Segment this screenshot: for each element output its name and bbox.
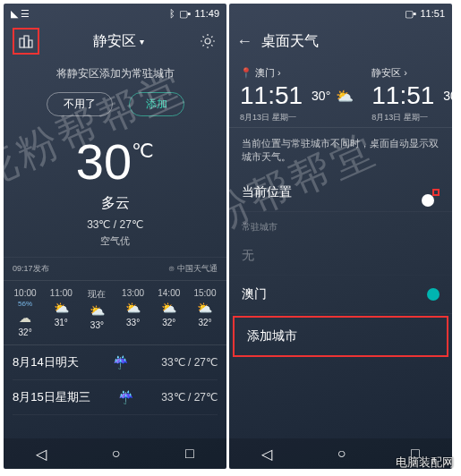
add-button[interactable]: 添加 [129,92,184,116]
highlight-box [13,28,39,55]
battery-icon: ▢▪ [179,8,192,20]
hour-item: 14:00⛅32° [151,288,187,337]
back-icon[interactable]: ◁ [261,446,272,463]
section-label: 常驻城市 [229,212,452,237]
desktop-weather-settings-screen: 粉帮帮堂 ▢▪11:51 ← 桌面天气 📍 澳门 ›11:5130°⛅8月13日… [229,4,452,469]
city-block: 📍 澳门 ›11:5130°⛅8月13日 星期一 [240,66,354,123]
row-label: 无 [242,248,254,264]
publish-time: 09:17发布 [13,263,49,275]
radio-selected-icon[interactable] [427,288,440,301]
topbar: 静安区▾ [4,23,226,59]
air-quality: 空气优 [4,234,226,248]
svg-point-3 [205,38,210,44]
daily-forecast[interactable]: 8月14日明天☔33℃ / 27℃8月15日星期三☔33℃ / 27℃ [4,345,226,415]
gear-icon[interactable] [198,31,218,51]
hint-text: 当前位置与常驻城市不同时，桌面自动显示双城市天气。 [229,128,452,174]
chevron-down-icon[interactable]: ▾ [140,37,144,47]
add-banner: 将静安区添加为常驻城市 [4,59,226,89]
back-icon[interactable]: ← [235,31,254,51]
hi-lo: 33℃ / 27℃ [4,218,226,231]
city-icon[interactable] [16,31,36,51]
hour-item: 15:00⛅32° [187,288,223,337]
highlight-box: 添加城市 [233,316,448,357]
android-navbar: ◁ ○ □ [4,438,226,469]
current-location-row[interactable]: 当前位置 [229,174,452,212]
svg-rect-0 [20,38,24,47]
svg-rect-2 [29,40,32,47]
current-temp: 30℃ [4,132,226,191]
status-bar: ◣☰ ᛒ▢▪11:49 [4,4,226,23]
hourly-forecast[interactable]: 10:0056%☁32°11:00⛅31°现在⛅33°13:00⛅33°14:0… [4,281,226,345]
notif-icon: ☰ [21,8,30,20]
clock: 11:49 [194,8,219,19]
back-icon[interactable]: ◁ [36,446,47,463]
hour-item: 11:00⛅31° [43,288,79,337]
bluetooth-icon: ᛒ [169,8,175,19]
skip-button[interactable]: 不用了 [47,92,113,116]
day-row[interactable]: 8月15日星期三☔33℃ / 27℃ [13,380,218,415]
city-pair: 📍 澳门 ›11:5130°⛅8月13日 星期一静安区 ›11:5130°⛅8月… [229,59,452,128]
row-label: 澳门 [242,286,267,302]
recent-icon[interactable]: □ [185,446,194,462]
macau-row[interactable]: 澳门 [229,276,452,314]
city-block: 静安区 ›11:5130°⛅8月13日 星期一 [371,66,452,123]
brand-watermark: 电脑装配网 [396,455,454,471]
home-icon[interactable]: ○ [112,446,121,462]
add-city-row[interactable]: 添加城市 [235,318,447,355]
page-title: 桌面天气 [261,32,319,51]
location-title: 静安区 [93,32,136,51]
home-icon[interactable]: ○ [337,446,346,462]
weather-app-screen: 花粉帮帮堂 ◣☰ ᛒ▢▪11:49 静安区▾ 将静安区添加为常驻城市 不用了 添… [4,4,226,469]
status-bar: ▢▪11:51 [229,4,452,23]
svg-rect-1 [24,36,29,47]
battery-icon: ▢▪ [405,8,417,20]
notif-icon: ◣ [11,8,18,20]
none-row[interactable]: 无 [229,237,452,276]
day-row[interactable]: 8月14日明天☔33℃ / 27℃ [13,345,218,380]
row-label: 当前位置 [242,184,292,200]
data-source: ⊙ 中国天气通 [168,263,218,275]
condition: 多云 [4,194,226,213]
hour-item: 13:00⛅33° [115,288,151,337]
hour-item: 现在⛅33° [79,288,115,337]
hour-item: 10:0056%☁32° [7,288,43,337]
clock: 11:51 [420,8,445,19]
